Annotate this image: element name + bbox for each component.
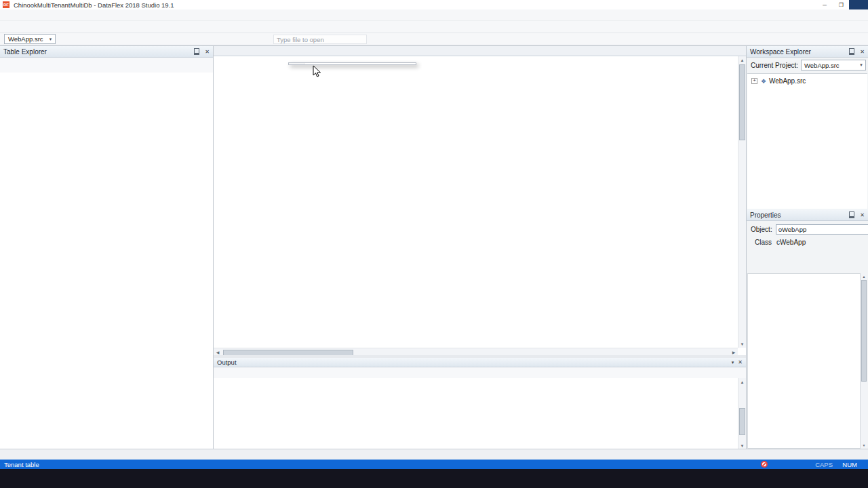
properties-scrollbar[interactable]: ▲ ▼ xyxy=(861,273,867,449)
chevron-down-icon[interactable]: ▾ xyxy=(732,360,734,365)
scroll-right-icon[interactable]: ▶ xyxy=(730,348,738,355)
scrollbar-thumb[interactable] xyxy=(739,64,745,140)
stop-status-icon xyxy=(761,461,768,468)
mouse-cursor xyxy=(313,65,321,78)
table-explorer-header: Table Explorer ✕ xyxy=(0,46,213,58)
standard-toolbar xyxy=(0,21,868,33)
output-list[interactable] xyxy=(214,378,738,449)
title-bar: DF ChinookMultiTenantMultiDb - DataFlex … xyxy=(0,0,868,9)
project-combo[interactable]: WebApp.src▼ xyxy=(4,34,56,44)
panel-title: Table Explorer xyxy=(3,48,47,56)
editor-horizontal-scrollbar[interactable]: ◀ ▶ xyxy=(214,348,738,355)
close-icon[interactable]: ✕ xyxy=(738,359,743,365)
scroll-down-icon[interactable]: ▼ xyxy=(738,340,746,348)
table-tree[interactable] xyxy=(0,73,213,449)
editor-vertical-scrollbar[interactable]: ▲ ▼ xyxy=(738,56,746,348)
properties-panel: Properties ✕ Object: Class cWebApp ▲ ▼ xyxy=(747,209,868,449)
panel-title: Properties xyxy=(750,211,781,219)
object-label: Object: xyxy=(751,226,772,233)
pin-icon[interactable] xyxy=(194,48,199,55)
object-field[interactable] xyxy=(776,224,868,235)
chevron-down-icon: ▼ xyxy=(859,63,863,67)
file-open-search-input[interactable] xyxy=(273,35,367,44)
class-label: Class xyxy=(755,239,772,246)
maximize-button[interactable]: ❐ xyxy=(839,2,844,8)
close-icon[interactable]: ✕ xyxy=(860,212,865,218)
output-scrollbar[interactable]: ▲ ▼ xyxy=(738,378,746,449)
properties-tabs xyxy=(747,250,868,262)
editor-area: ▲ ▼ ◀ ▶ Output ▾ ✕ ▲ ▼ xyxy=(214,45,746,449)
status-bar: Tenant table CAPS NUM xyxy=(0,460,868,469)
num-indicator: NUM xyxy=(842,461,857,468)
output-panel: Output ▾ ✕ ▲ ▼ xyxy=(214,358,746,449)
close-icon[interactable]: ✕ xyxy=(205,49,210,55)
debug-toolbar: WebApp.src▼ xyxy=(0,33,868,45)
status-text: Tenant table xyxy=(4,461,39,468)
scrollbar-thumb[interactable] xyxy=(861,280,867,382)
panel-title: Output xyxy=(217,359,237,366)
workspace-tree[interactable]: + ❖ WebApp.src xyxy=(747,73,867,209)
workspace-explorer-header: Workspace Explorer ✕ xyxy=(747,46,868,58)
table-explorer-toolbar xyxy=(0,58,213,73)
tree-item-webapp-src[interactable]: + ❖ WebApp.src xyxy=(751,77,867,85)
editor-tab-bar xyxy=(214,46,746,56)
close-icon[interactable]: ✕ xyxy=(860,49,865,55)
pin-icon[interactable] xyxy=(849,48,854,55)
code-editor[interactable] xyxy=(214,56,738,348)
scroll-up-icon[interactable]: ▲ xyxy=(738,378,746,386)
chevron-down-icon: ▼ xyxy=(49,37,53,41)
workspace-explorer-panel: Workspace Explorer ✕ Current Project: We… xyxy=(747,46,868,209)
table-explorer-panel: Table Explorer ✕ xyxy=(0,45,214,449)
current-project-label: Current Project: xyxy=(751,62,798,69)
window-title: ChinookMultiTenantMultiDb - DataFlex 201… xyxy=(14,1,174,9)
dataflex-studio-window: DF ChinookMultiTenantMultiDb - DataFlex … xyxy=(0,0,868,488)
panel-title: Workspace Explorer xyxy=(750,48,811,56)
dock-tab-bar xyxy=(0,449,868,460)
scroll-down-icon[interactable]: ▼ xyxy=(861,442,867,449)
scroll-up-icon[interactable]: ▲ xyxy=(861,273,867,280)
menu-bar xyxy=(0,9,868,21)
scroll-left-icon[interactable]: ◀ xyxy=(214,348,222,355)
editor-context-menu xyxy=(288,62,416,65)
pin-icon[interactable] xyxy=(849,211,854,218)
current-project-combo[interactable]: WebApp.src ▼ xyxy=(801,60,866,70)
class-value: cWebApp xyxy=(776,239,806,246)
windows-taskbar xyxy=(0,469,868,488)
expand-icon[interactable]: + xyxy=(751,78,757,84)
right-dock: Workspace Explorer ✕ Current Project: We… xyxy=(746,45,868,449)
scroll-up-icon[interactable]: ▲ xyxy=(738,56,746,64)
app-icon: DF xyxy=(3,1,9,8)
properties-grid[interactable] xyxy=(747,273,861,449)
scrollbar-thumb[interactable] xyxy=(739,408,745,435)
window-edge xyxy=(849,0,868,9)
output-header: Output ▾ ✕ xyxy=(214,358,746,367)
properties-header: Properties ✕ xyxy=(747,209,868,221)
minimize-button[interactable]: ─ xyxy=(823,2,827,8)
caps-indicator: CAPS xyxy=(815,461,833,468)
project-icon: ❖ xyxy=(760,78,768,85)
